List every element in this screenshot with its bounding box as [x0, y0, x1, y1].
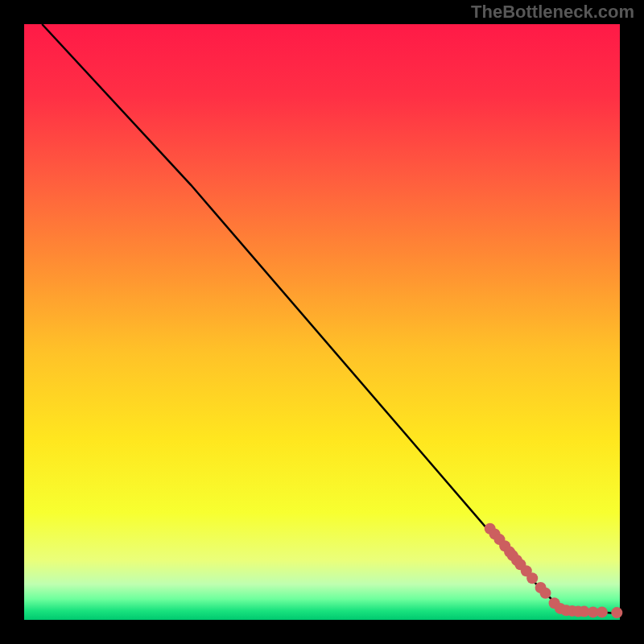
chart-svg	[0, 0, 644, 644]
scatter-point	[540, 588, 551, 599]
chart-container: TheBottleneck.com	[0, 0, 644, 644]
scatter-point	[526, 572, 538, 584]
scatter-point	[611, 607, 622, 618]
watermark-text: TheBottleneck.com	[471, 2, 634, 23]
plot-area-background	[24, 24, 620, 620]
scatter-point	[597, 606, 608, 617]
